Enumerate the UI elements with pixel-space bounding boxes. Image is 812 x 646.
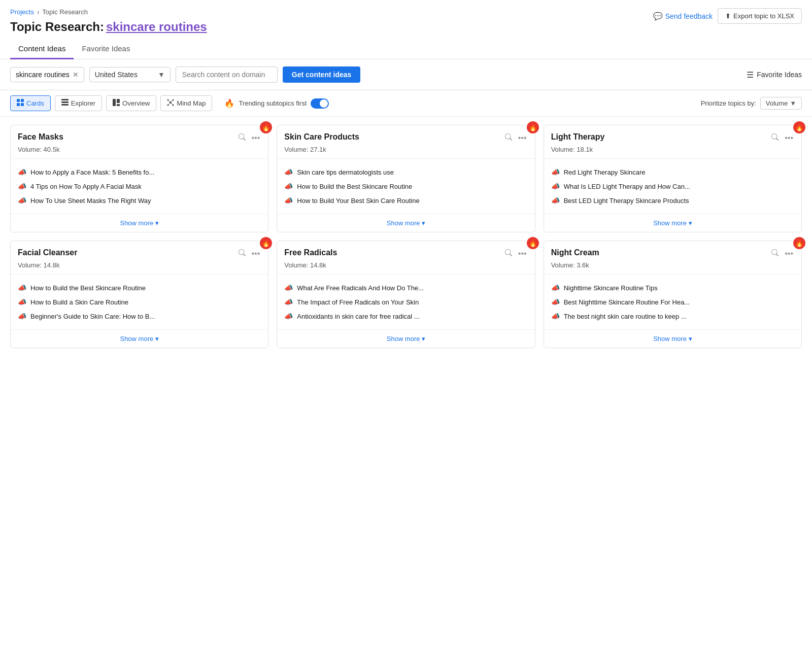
card-item: 📣 What Is LED Light Therapy and How Can.… xyxy=(551,179,794,193)
show-more-link[interactable]: Show more ▾ xyxy=(544,214,801,232)
card-search-button[interactable] xyxy=(770,248,780,259)
cards-label: Cards xyxy=(26,99,44,107)
view-explorer-button[interactable]: Explorer xyxy=(55,95,102,111)
trending-toggle[interactable] xyxy=(311,98,329,109)
fire-icon: 🔥 xyxy=(529,240,537,247)
megaphone-icon: 📣 xyxy=(551,284,560,292)
card-item-text: How to Build a Skin Care Routine xyxy=(30,298,128,306)
overview-icon xyxy=(113,99,120,108)
card-volume: Volume: 18.1k xyxy=(551,146,794,153)
domain-search-input[interactable] xyxy=(176,66,278,83)
card-item: 📣 Skin care tips dermatologists use xyxy=(284,165,527,179)
megaphone-icon: 📣 xyxy=(284,182,293,190)
card-item: 📣 How to Build Your Best Skin Care Routi… xyxy=(284,193,527,208)
show-more-link[interactable]: Show more ▾ xyxy=(11,329,268,348)
view-cards-button[interactable]: Cards xyxy=(10,95,51,111)
view-mind-map-button[interactable]: Mind Map xyxy=(160,95,212,111)
overview-label: Overview xyxy=(122,99,150,107)
card-item-text: How to Build the Best Skincare Routine xyxy=(297,183,412,190)
cards-grid: 🔥 Face Masks ••• Volume: 40.5k 📣 How to … xyxy=(0,117,812,356)
card-volume: Volume: 3.6k xyxy=(551,261,794,269)
card-actions: ••• xyxy=(504,248,528,259)
card-items: 📣 How to Build the Best Skincare Routine… xyxy=(11,275,268,329)
card-free-radicals: 🔥 Free Radicals ••• Volume: 14.8k 📣 What… xyxy=(277,241,535,348)
card-more-button[interactable]: ••• xyxy=(251,132,261,144)
show-more-link[interactable]: Show more ▾ xyxy=(277,329,534,348)
card-actions: ••• xyxy=(770,132,794,144)
card-actions: ••• xyxy=(238,132,261,144)
prioritize-label: Prioritize topics by: xyxy=(701,99,756,107)
feedback-icon: 💬 xyxy=(653,12,663,21)
prioritize-select[interactable]: Volume ▼ xyxy=(760,97,802,110)
card-item: 📣 Beginner's Guide to Skin Care: How to … xyxy=(18,309,261,323)
explorer-label: Explorer xyxy=(71,99,95,107)
chevron-down-icon: ▼ xyxy=(158,71,165,79)
view-overview-button[interactable]: Overview xyxy=(106,95,156,111)
card-item: 📣 4 Tips on How To Apply A Facial Mask xyxy=(18,179,261,193)
svg-rect-1 xyxy=(21,99,24,102)
keyword-filter[interactable]: skincare routines ✕ xyxy=(10,67,84,82)
card-search-button[interactable] xyxy=(238,132,247,144)
trending-badge-free-radicals: 🔥 xyxy=(526,236,540,250)
card-more-button[interactable]: ••• xyxy=(251,248,261,259)
card-items: 📣 What Are Free Radicals And How Do The.… xyxy=(277,275,534,329)
tabs: Content Ideas Favorite Ideas xyxy=(10,39,802,59)
card-item-text: What Are Free Radicals And How Do The... xyxy=(297,284,424,292)
export-button[interactable]: ⬆ Export topic to XLSX xyxy=(718,8,802,24)
country-value: United States xyxy=(95,71,138,79)
card-more-button[interactable]: ••• xyxy=(784,248,794,259)
card-item: 📣 How to Build the Best Skincare Routine xyxy=(18,281,261,295)
show-more-link[interactable]: Show more ▾ xyxy=(277,214,534,232)
svg-rect-9 xyxy=(117,104,120,106)
card-items: 📣 Nighttime Skincare Routine Tips 📣 Best… xyxy=(544,275,801,329)
country-selector[interactable]: United States ▼ xyxy=(89,67,171,82)
card-search-button[interactable] xyxy=(504,248,513,259)
megaphone-icon: 📣 xyxy=(284,312,293,320)
card-skin-care-products: 🔥 Skin Care Products ••• Volume: 27.1k 📣… xyxy=(277,125,535,232)
card-item: 📣 Antioxidants in skin care for free rad… xyxy=(284,309,527,323)
card-search-button[interactable] xyxy=(238,248,247,259)
tab-favorite-ideas-label: Favorite Ideas xyxy=(82,44,130,53)
card-volume: Volume: 27.1k xyxy=(284,146,527,153)
export-label: Export topic to XLSX xyxy=(733,12,794,20)
card-volume: Volume: 40.5k xyxy=(18,146,261,153)
send-feedback-button[interactable]: 💬 Send feedback xyxy=(653,12,713,21)
card-title: Free Radicals xyxy=(284,248,337,257)
show-more-link[interactable]: Show more ▾ xyxy=(544,329,801,348)
tab-content-ideas-label: Content Ideas xyxy=(18,44,65,53)
card-item-text: The best night skin care routine to keep… xyxy=(564,313,687,320)
get-content-ideas-button[interactable]: Get content ideas xyxy=(283,66,360,83)
card-item: 📣 Best Nighttime Skincare Routine For He… xyxy=(551,295,794,309)
megaphone-icon: 📣 xyxy=(18,168,26,176)
card-items: 📣 Red Light Therapy Skincare 📣 What Is L… xyxy=(544,159,801,214)
megaphone-icon: 📣 xyxy=(284,298,293,306)
breadcrumb-current: Topic Research xyxy=(42,8,88,16)
card-more-button[interactable]: ••• xyxy=(784,132,794,144)
card-more-button[interactable]: ••• xyxy=(517,132,528,144)
fire-icon: 🔥 xyxy=(224,98,234,108)
favorite-ideas-button[interactable]: ☰ Favorite Ideas xyxy=(747,70,802,80)
svg-rect-7 xyxy=(113,99,116,106)
keyword-value: skincare routines xyxy=(16,71,70,79)
tab-favorite-ideas[interactable]: Favorite Ideas xyxy=(74,39,138,59)
svg-rect-6 xyxy=(61,104,69,106)
tab-content-ideas[interactable]: Content Ideas xyxy=(10,39,74,59)
card-header: Skin Care Products ••• Volume: 27.1k xyxy=(277,125,534,159)
toolbar: skincare routines ✕ United States ▼ Get … xyxy=(0,59,812,90)
trending-badge-skin-care-products: 🔥 xyxy=(526,120,540,134)
get-ideas-label: Get content ideas xyxy=(292,71,351,79)
card-actions: ••• xyxy=(770,248,794,259)
card-more-button[interactable]: ••• xyxy=(517,248,528,259)
megaphone-icon: 📣 xyxy=(284,284,293,292)
breadcrumb-projects[interactable]: Projects xyxy=(10,8,34,16)
card-item-text: 4 Tips on How To Apply A Facial Mask xyxy=(30,183,142,190)
card-search-button[interactable] xyxy=(770,132,780,144)
show-more-link[interactable]: Show more ▾ xyxy=(11,214,268,232)
card-item: 📣 How to Build a Skin Care Routine xyxy=(18,295,261,309)
card-actions: ••• xyxy=(238,248,261,259)
card-search-button[interactable] xyxy=(504,132,513,144)
card-item: 📣 The Impact of Free Radicals on Your Sk… xyxy=(284,295,527,309)
clear-keyword-button[interactable]: ✕ xyxy=(73,71,79,78)
breadcrumb-separator: › xyxy=(37,8,39,16)
header: Projects › Topic Research Topic Research… xyxy=(0,0,812,59)
